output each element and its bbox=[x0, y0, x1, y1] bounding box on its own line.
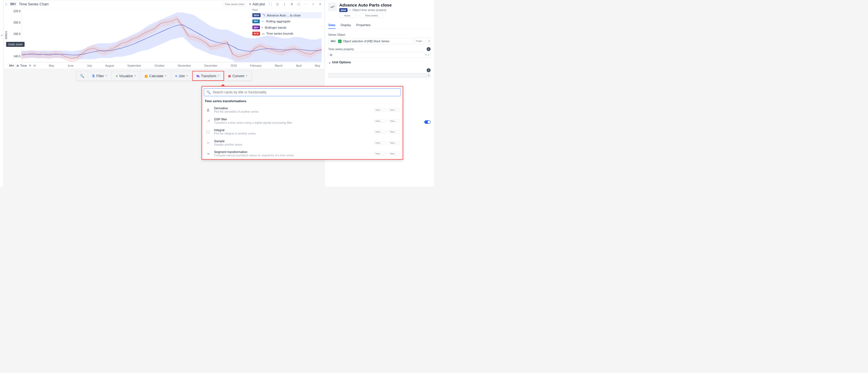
chevron-down-icon bbox=[218, 75, 220, 77]
xaxis-label: Time bbox=[20, 64, 27, 68]
rp-tab-properties[interactable]: Properties bbox=[356, 22, 371, 29]
left-collapse-handle[interactable]: ◂ bbox=[0, 0, 3, 186]
io-tag: Time s… bbox=[389, 130, 400, 133]
toggle-switch[interactable] bbox=[424, 121, 431, 124]
chevron-down-icon: ⌄ bbox=[328, 61, 331, 64]
io-tag: Time s… bbox=[374, 108, 385, 111]
transform-title: DSP filter bbox=[214, 117, 371, 121]
toolbar-search-button[interactable]: 🔍 bbox=[76, 71, 88, 81]
chevron-down-icon[interactable]: ▾ bbox=[428, 74, 429, 77]
transform-desc: Compute various bucketed values on segme… bbox=[214, 154, 371, 157]
drag-handle-icon[interactable] bbox=[5, 3, 7, 6]
x-tick: May bbox=[49, 64, 54, 67]
series-type-icon: ◫ bbox=[338, 39, 342, 43]
x-tick: December bbox=[204, 64, 217, 67]
io-tag: Time s… bbox=[374, 141, 385, 144]
xaxis-var-tag[interactable]: $BA bbox=[8, 64, 16, 68]
transform-option[interactable]: ⊸ Segment transformation Compute various… bbox=[202, 148, 403, 159]
series-object-field[interactable]: $BX ◫ Object selection of [HB] Stock Ser… bbox=[328, 38, 413, 44]
chevron-down-icon bbox=[134, 75, 136, 77]
transform-option[interactable]: ↔ Sample Sample another series Time s… ›… bbox=[202, 137, 403, 148]
y-tick: 140.0 bbox=[9, 55, 21, 58]
download-icon[interactable]: ⭳ bbox=[282, 1, 287, 7]
present-icon[interactable]: ▢ bbox=[296, 1, 302, 7]
legend-series-icon: 〽 bbox=[262, 13, 265, 17]
add-plot-button[interactable]: + Add plot bbox=[248, 1, 266, 7]
info-icon[interactable]: i bbox=[427, 47, 431, 51]
pill-none[interactable]: None bbox=[339, 13, 355, 18]
transform-desc: Plot the derivative of another series bbox=[214, 110, 371, 113]
pill-timeseries[interactable]: Time series bbox=[360, 13, 383, 18]
transform-desc: Transform a time series using a digital … bbox=[214, 121, 371, 125]
unit-options-row[interactable]: ⌄ Unit Options bbox=[328, 61, 431, 64]
series-mode-chip[interactable]: Single … bbox=[415, 37, 426, 44]
fit-icon[interactable]: ⛶ bbox=[268, 1, 273, 7]
undo-zoom-tooltip: Undo zoom bbox=[6, 42, 25, 47]
x-tick: November bbox=[178, 64, 191, 67]
io-tag: Time s… bbox=[389, 152, 400, 155]
transform-option[interactable]: ⩘ DSP filter Transform a time series usi… bbox=[202, 115, 403, 127]
visualize-icon: ≡ bbox=[116, 74, 118, 78]
plots-legend: Plots $BW 〽 Advance Auto …ts close$BZ 〰 … bbox=[251, 8, 322, 37]
line-chart-icon bbox=[328, 3, 337, 11]
xaxis-gear-icon[interactable]: ⚙ bbox=[28, 63, 32, 68]
fullscreen-icon[interactable]: ⤢ bbox=[310, 1, 316, 7]
panel-var-tag[interactable]: $BU bbox=[9, 2, 17, 6]
plots-legend-title: Plots bbox=[251, 8, 322, 12]
legend-row[interactable]: $BY ≈ Bollinger bands bbox=[251, 25, 322, 31]
search-icon: 🔍 bbox=[80, 74, 84, 78]
legend-var-tag: $BY bbox=[252, 26, 260, 30]
chevron-down-icon bbox=[165, 75, 166, 77]
transform-option[interactable]: Δ Derivative Plot the derivative of anot… bbox=[202, 104, 403, 115]
more-icon[interactable]: ⋯ bbox=[303, 1, 309, 7]
transform-dropdown: 🔍 Time series transformations Δ Derivati… bbox=[202, 86, 403, 160]
x-tick: April bbox=[296, 64, 302, 67]
unit-options-label: Unit Options bbox=[332, 61, 351, 64]
calendar-icon[interactable]: ▦ bbox=[16, 63, 20, 68]
dropdown-search[interactable]: 🔍 bbox=[204, 88, 401, 96]
toolbar-transform-button[interactable]: ↹ Transform bbox=[192, 71, 224, 81]
chevron-down-icon[interactable]: ▾ bbox=[428, 54, 429, 56]
legend-row[interactable]: $BW 〽 Advance Auto …ts close bbox=[251, 12, 322, 19]
transform-title: Segment transformation bbox=[214, 150, 371, 154]
collapsed-field[interactable]: ▾ bbox=[328, 73, 431, 78]
series-mode-caret[interactable]: ▾ bbox=[428, 37, 431, 44]
add-plot-label: Add plot bbox=[252, 2, 265, 6]
rp-tab-data[interactable]: Data bbox=[328, 22, 336, 29]
legend-label: Time series bounds bbox=[266, 32, 293, 35]
legend-row[interactable]: $BZ 〰 Rolling aggregate bbox=[251, 19, 322, 25]
toolbar-calculate-button[interactable]: ▦ Calculate bbox=[140, 71, 171, 81]
toolbar-visualize-button[interactable]: ≡ Visualize bbox=[112, 71, 140, 81]
transform-desc: Plot the integral of another series bbox=[214, 132, 371, 135]
dropdown-search-input[interactable] bbox=[213, 90, 399, 94]
legend-row[interactable]: $CB ▭ Time series bounds bbox=[251, 31, 322, 37]
chevron-right-icon: › bbox=[386, 131, 387, 133]
tsprop-field[interactable]: Id ✕ ▾ bbox=[328, 52, 431, 58]
rp-tab-display[interactable]: Display bbox=[340, 22, 351, 29]
toolbar-join-button[interactable]: ⌗ Join bbox=[171, 71, 193, 81]
legend-label: Rolling aggregate bbox=[266, 20, 290, 23]
x-tick: July bbox=[87, 64, 92, 67]
gear-icon[interactable]: ⚙ bbox=[289, 1, 294, 7]
info-icon[interactable]: i bbox=[427, 68, 431, 72]
chevron-down-icon bbox=[246, 75, 247, 77]
toolbar-filter-button[interactable]: ⇅ Filter bbox=[88, 71, 111, 81]
chart-type-chip[interactable]: Time series chart bbox=[223, 2, 246, 6]
chevron-right-icon: › bbox=[386, 142, 387, 144]
close-icon[interactable]: ✕ bbox=[317, 1, 323, 7]
rp-var-tag[interactable]: $BW bbox=[339, 8, 348, 12]
chevron-down-icon bbox=[105, 75, 107, 77]
toolbar-convert-button[interactable]: ≣ Convert bbox=[224, 71, 252, 81]
rp-tabs: DataDisplayProperties bbox=[328, 22, 431, 29]
toolbar-label: Transform bbox=[201, 74, 216, 78]
x-tick: May bbox=[315, 64, 320, 67]
clear-icon[interactable]: ✕ bbox=[425, 54, 427, 56]
transform-icon: ⩘ bbox=[205, 118, 211, 123]
chevron-right-icon: › bbox=[386, 120, 387, 122]
panel-split-icon[interactable]: ◫ bbox=[275, 1, 280, 7]
transform-icon: ↹ bbox=[196, 74, 199, 78]
legend-var-tag: $CB bbox=[252, 32, 260, 36]
transform-icon: ↔ bbox=[205, 140, 211, 145]
transform-option[interactable]: ⬚ Integral Plot the integral of another … bbox=[202, 126, 403, 137]
legend-series-icon: ≈ bbox=[261, 26, 263, 29]
